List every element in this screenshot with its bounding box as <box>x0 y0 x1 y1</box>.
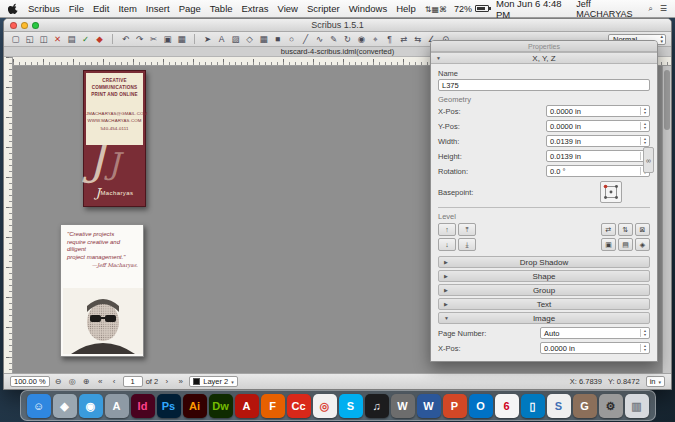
menu-item[interactable]: Item <box>118 3 136 14</box>
lower-level-button[interactable]: ↓ <box>438 238 456 251</box>
last-page-button[interactable]: » <box>175 376 186 387</box>
insert-line-icon[interactable]: ╱ <box>299 33 312 45</box>
previous-page-button[interactable]: ‹ <box>109 376 120 387</box>
insert-image-frame-icon[interactable]: ▨ <box>229 33 242 45</box>
menu-item[interactable]: Scripter <box>307 3 340 14</box>
section-image[interactable]: ▼ Image <box>438 312 650 324</box>
save-document-icon[interactable]: ◫ <box>37 33 50 45</box>
paste-icon[interactable]: ▦ <box>175 33 188 45</box>
spinner-buttons[interactable]: ▴▾ <box>640 137 649 145</box>
insert-polygon-icon[interactable]: ○ <box>285 33 298 45</box>
rotate-item-icon[interactable]: ↻ <box>341 33 354 45</box>
print-document-icon[interactable]: ▤ <box>65 33 78 45</box>
zoom-default-button[interactable]: ◎ <box>67 376 78 387</box>
page-1-card-front[interactable]: CREATIVE COMMUNICATIONS PRINT AND ONLINE… <box>83 70 146 207</box>
scrollbar-thumb[interactable] <box>664 70 670 130</box>
apple-menu-icon[interactable] <box>8 3 19 14</box>
new-document-icon[interactable]: ▢ <box>9 33 22 45</box>
dock-dreamweaver[interactable]: Dw <box>209 394 233 418</box>
dock-powerpoint[interactable]: P <box>443 394 467 418</box>
vertical-ruler[interactable] <box>4 57 13 373</box>
menu-item[interactable]: Windows <box>349 3 388 14</box>
close-document-icon[interactable]: ✕ <box>51 33 64 45</box>
display-icon[interactable]: ▦ <box>431 5 439 14</box>
menubar-clock[interactable]: Mon Jun 6 4:48 PM <box>496 0 569 20</box>
spinner-buttons[interactable]: ▴▾ <box>640 122 649 130</box>
select-item-icon[interactable]: ➤ <box>201 33 214 45</box>
dock-trello[interactable]: ▯ <box>521 394 545 418</box>
dock-app-store[interactable]: A <box>105 394 129 418</box>
dock-system-preferences[interactable]: ⚙ <box>599 394 623 418</box>
lock-size-button[interactable]: ▣ <box>601 238 616 251</box>
export-pdf-icon[interactable]: ◆ <box>93 33 106 45</box>
dock-calendar[interactable]: 6 <box>495 394 519 418</box>
raise-level-button[interactable]: ↑ <box>438 223 456 236</box>
image-x-pos-input[interactable]: 0.0000 in ▴▾ <box>540 342 650 354</box>
dock-creative-cloud[interactable]: Cc <box>287 394 311 418</box>
page-2-card-back[interactable]: "Creative projects require creative and … <box>60 224 144 357</box>
preflight-verifier-icon[interactable]: ✓ <box>79 33 92 45</box>
dock-gimp[interactable]: G <box>573 394 597 418</box>
section-shape[interactable]: ▶ Shape <box>438 270 650 282</box>
rotation-input[interactable]: 0.0 ° ▴▾ <box>546 165 650 177</box>
edit-contents-icon[interactable]: ⌖ <box>369 33 382 45</box>
zoom-icon[interactable]: ◉ <box>355 33 368 45</box>
menu-item[interactable]: Edit <box>93 3 109 14</box>
dock-word[interactable]: W <box>417 394 441 418</box>
dock-chrome[interactable]: ◎ <box>313 394 337 418</box>
battery-indicator[interactable]: 72% <box>454 4 489 14</box>
insert-bezier-icon[interactable]: ∿ <box>313 33 326 45</box>
next-page-button[interactable]: › <box>161 376 172 387</box>
menu-item[interactable]: Page <box>179 3 201 14</box>
dock-acrobat[interactable]: A <box>235 394 259 418</box>
dock-finder[interactable]: ☺ <box>27 394 51 418</box>
dock-indesign[interactable]: Id <box>131 394 155 418</box>
dock-wordpress[interactable]: W <box>391 394 415 418</box>
lock-object-button[interactable]: ⊠ <box>635 223 650 236</box>
insert-text-frame-icon[interactable]: A <box>215 33 228 45</box>
first-page-button[interactable]: « <box>95 376 106 387</box>
vertical-scrollbar[interactable] <box>662 66 671 373</box>
notification-center-icon[interactable]: ☰ <box>660 4 667 13</box>
flip-vertical-button[interactable]: ⇅ <box>618 223 633 236</box>
undo-icon[interactable]: ↶ <box>119 33 132 45</box>
menu-item[interactable]: Extras <box>242 3 269 14</box>
cut-icon[interactable]: ✂ <box>147 33 160 45</box>
redo-icon[interactable]: ↷ <box>133 33 146 45</box>
constrain-proportions-icon[interactable]: ∞ <box>643 147 654 173</box>
section-text[interactable]: ▶ Text <box>438 298 650 310</box>
dock-scribus[interactable]: S <box>547 394 571 418</box>
keyboard-icon[interactable]: ⌘ <box>439 5 447 14</box>
width-input[interactable]: 0.0139 in ▴▾ <box>546 135 650 147</box>
dock-illustrator[interactable]: Ai <box>183 394 207 418</box>
spinner-buttons[interactable]: ▴▾ <box>640 329 649 337</box>
dock-trash[interactable]: ▥ <box>625 394 649 418</box>
raise-to-top-button[interactable]: ⤒ <box>458 223 476 236</box>
dock-photoshop[interactable]: Ps <box>157 394 181 418</box>
lower-to-bottom-button[interactable]: ⤓ <box>458 238 476 251</box>
section-drop-shadow[interactable]: ▶ Drop Shadow <box>438 256 650 268</box>
zoom-level-input[interactable]: 100.00 % <box>10 376 50 387</box>
object-name-input[interactable]: L375 <box>438 79 650 91</box>
menu-item[interactable]: Table <box>210 3 233 14</box>
insert-shape-icon[interactable]: ■ <box>271 33 284 45</box>
menu-item[interactable]: Scribus <box>28 3 60 14</box>
menu-item[interactable]: Help <box>396 3 416 14</box>
window-titlebar[interactable]: Scribus 1.5.1 <box>4 19 671 32</box>
open-document-icon[interactable]: ◱ <box>23 33 36 45</box>
dock-outlook[interactable]: O <box>469 394 493 418</box>
insert-render-frame-icon[interactable]: ◇ <box>243 33 256 45</box>
y-pos-input[interactable]: 0.0000 in ▴▾ <box>546 120 650 132</box>
link-text-frames-icon[interactable]: ⇄ <box>397 33 410 45</box>
unlink-text-frames-icon[interactable]: ⇆ <box>411 33 424 45</box>
section-group[interactable]: ▶ Group <box>438 284 650 296</box>
layer-selector[interactable]: Layer 2 ▾ <box>189 376 238 387</box>
dock-safari[interactable]: ◉ <box>79 394 103 418</box>
menubar-user-name[interactable]: Jeff MACHARYAS <box>576 0 641 19</box>
spinner-buttons[interactable]: ▴▾ <box>640 344 649 352</box>
page-number-selector[interactable]: Auto ▴▾ <box>540 327 650 339</box>
dock-skype[interactable]: S <box>339 394 363 418</box>
dock-firefox[interactable]: F <box>261 394 285 418</box>
flip-horizontal-button[interactable]: ⇄ <box>601 223 616 236</box>
menu-item[interactable]: File <box>69 3 84 14</box>
